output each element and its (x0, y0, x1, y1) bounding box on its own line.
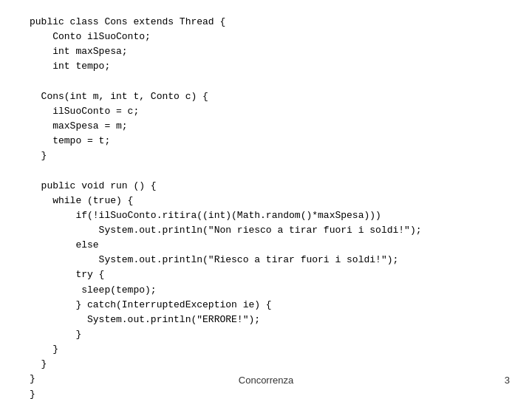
slide-container: public class Cons extends Thread { Conto… (0, 0, 532, 399)
footer: Concorrenza (0, 369, 532, 386)
footer-text: Concorrenza (239, 375, 293, 386)
code-block: public class Cons extends Thread { Conto… (30, 15, 502, 399)
slide-number: 3 (505, 375, 510, 386)
